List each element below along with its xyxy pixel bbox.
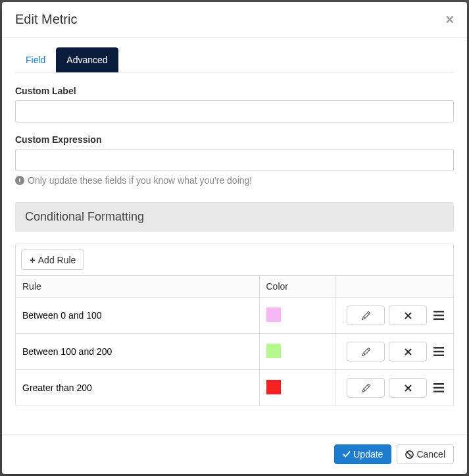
delete-rule-button[interactable]: [389, 342, 427, 361]
rules-table: Rule Color Between 0 and 100: [16, 275, 453, 406]
edit-rule-button[interactable]: [347, 305, 385, 325]
tab-advanced[interactable]: Advanced: [56, 47, 118, 72]
rule-color-cell: [259, 298, 335, 334]
color-swatch: [266, 380, 281, 394]
edit-rule-button[interactable]: [347, 378, 385, 398]
custom-label-group: Custom Label: [15, 86, 454, 122]
rule-color-cell: [259, 370, 335, 406]
svg-rect-2: [433, 319, 444, 321]
color-swatch: [266, 307, 281, 322]
svg-rect-1: [433, 315, 444, 317]
rules-toolbar: Add Rule: [16, 244, 453, 275]
svg-rect-5: [433, 355, 444, 357]
rule-color-cell: [259, 334, 335, 370]
update-button[interactable]: Update: [334, 444, 391, 464]
svg-rect-4: [433, 351, 444, 353]
x-icon: [405, 384, 412, 392]
tabs: Field Advanced: [15, 47, 454, 72]
column-color: Color: [259, 276, 335, 298]
custom-expression-input[interactable]: [15, 149, 454, 171]
plus-icon: [30, 254, 36, 265]
rules-container: Add Rule Rule Color Between 0 and 100: [15, 244, 454, 406]
actions-cell: [342, 342, 447, 361]
svg-rect-7: [433, 387, 444, 389]
ban-icon: [405, 450, 414, 459]
pencil-icon: [362, 384, 370, 392]
cancel-button[interactable]: Cancel: [397, 444, 454, 464]
modal-body: Field Advanced Custom Label Custom Expre…: [2, 38, 467, 434]
modal-footer: Update Cancel: [2, 434, 467, 474]
svg-rect-0: [433, 311, 444, 313]
update-label: Update: [353, 449, 383, 460]
cancel-label: Cancel: [416, 449, 445, 460]
drag-handle-icon[interactable]: [433, 311, 447, 320]
delete-rule-button[interactable]: [389, 305, 427, 325]
actions-cell: [342, 305, 447, 325]
drag-handle-icon[interactable]: [433, 347, 447, 356]
close-icon[interactable]: ×: [445, 13, 454, 27]
help-text: i Only update these fields if you know w…: [15, 175, 454, 186]
add-rule-label: Add Rule: [38, 255, 76, 265]
drag-handle-icon[interactable]: [433, 383, 447, 392]
tab-field[interactable]: Field: [15, 47, 56, 72]
edit-rule-button[interactable]: [347, 342, 385, 361]
modal-title: Edit Metric: [15, 12, 77, 27]
conditional-formatting-heading: Conditional Formatting: [15, 202, 454, 232]
table-row: Between 0 and 100: [16, 298, 453, 334]
table-row: Greater than 200: [16, 370, 453, 406]
color-swatch: [266, 344, 281, 358]
check-icon: [343, 450, 351, 458]
x-icon: [405, 312, 412, 319]
modal-header: Edit Metric ×: [2, 2, 467, 38]
pencil-icon: [362, 348, 370, 356]
rule-label: Greater than 200: [16, 370, 259, 406]
delete-rule-button[interactable]: [389, 378, 427, 398]
column-actions: [335, 276, 453, 298]
svg-rect-3: [433, 347, 444, 349]
edit-metric-modal: Edit Metric × Field Advanced Custom Labe…: [2, 2, 467, 474]
info-icon: i: [15, 176, 24, 185]
custom-expression-label: Custom Expression: [15, 134, 454, 145]
table-row: Between 100 and 200: [16, 334, 453, 370]
svg-rect-8: [433, 391, 444, 393]
custom-label-label: Custom Label: [15, 86, 454, 96]
pencil-icon: [362, 311, 370, 320]
add-rule-button[interactable]: Add Rule: [21, 250, 84, 270]
svg-rect-6: [433, 383, 444, 385]
column-rule: Rule: [16, 276, 259, 298]
custom-expression-group: Custom Expression i Only update these fi…: [15, 134, 454, 186]
rule-label: Between 100 and 200: [16, 334, 259, 370]
x-icon: [405, 348, 412, 356]
rule-label: Between 0 and 100: [16, 298, 259, 334]
actions-cell: [342, 378, 447, 398]
help-text-content: Only update these fields if you know wha…: [28, 175, 252, 186]
custom-label-input[interactable]: [15, 100, 454, 122]
